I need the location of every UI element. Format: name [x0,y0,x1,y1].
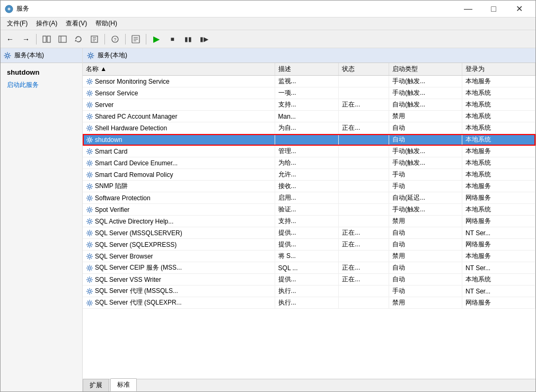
table-row[interactable]: shutdown自动本地系统 [83,134,535,146]
service-name-text: Software Protection [95,194,151,202]
cell-status [339,286,389,297]
cell-status: 正在... [339,239,389,251]
col-header-name[interactable]: 名称 ▲ [83,63,275,76]
service-name-text: SQL Server 代理 (MSSQLS... [95,287,178,296]
menu-file[interactable]: 文件(F) [3,18,32,29]
table-row[interactable]: SQL Server (MSSQLSERVER)提供...正在...自动NT S… [83,227,535,239]
tab-standard[interactable]: 标准 [110,378,137,391]
show-hide-tree-button[interactable] [39,32,54,46]
pause-service-button[interactable]: ▮▮ [181,32,196,46]
service-name-text: SQL Server CEIP 服务 (MSS... [95,263,182,272]
service-gear-icon [86,183,93,190]
maximize-button[interactable]: □ [481,1,506,17]
minimize-button[interactable]: — [456,1,480,17]
table-row[interactable]: Sensor Monitoring Service监视...手动(触发...本地… [83,76,535,87]
table-row[interactable]: Smart Card管理...手动(触发...本地服务 [83,146,535,157]
table-row[interactable]: SQL Active Directory Help...支持...禁用网络服务 [83,216,535,227]
service-name-text: SQL Server Browser [95,253,153,260]
app-icon [5,5,13,13]
start-service-button[interactable]: ▶ [149,32,164,46]
table-row[interactable]: SQL Server VSS Writer提供...正在...自动本地系统 [83,274,535,286]
table-row[interactable]: Sensor Service一项...手动(触发...本地系统 [83,87,535,99]
table-row[interactable]: Shell Hardware Detection为自...正在...自动本地系统 [83,122,535,134]
cell-status: 正在... [339,274,389,286]
main-area: 服务(本地) shutdown 启动此服务 服务(本地) 名 [1,48,535,391]
cell-name: Shared PC Account Manager [83,111,275,122]
cell-desc: 允许... [275,169,339,181]
table-row[interactable]: Server支持...正在...自动(触发...本地系统 [83,99,535,111]
service-name-text: SNMP 陷阱 [95,182,128,191]
svg-point-18 [89,80,91,82]
cell-starttype: 手动(触发... [389,204,462,216]
svg-point-35 [89,278,91,280]
service-gear-icon [86,136,93,144]
col-header-login[interactable]: 登录为 [462,63,535,76]
cell-login: 本地服务 [462,251,535,262]
close-button[interactable]: ✕ [507,1,531,17]
start-service-link[interactable]: 启动此服务 [7,81,39,88]
menu-view[interactable]: 查看(V) [61,18,91,29]
cell-name: Smart Card Device Enumer... [83,157,275,169]
cell-starttype: 禁用 [389,216,462,227]
service-gear-icon [86,113,93,120]
forward-button[interactable]: → [19,32,33,46]
stop-service-button[interactable]: ■ [165,32,180,46]
cell-status [339,169,389,181]
cell-login: 网络服务 [462,216,535,227]
restart-service-button[interactable]: ▮▶ [197,32,212,46]
table-row[interactable]: Smart Card Removal Policy允许...手动本地系统 [83,169,535,181]
table-row[interactable]: Spot Verifier验证...手动(触发...本地系统 [83,204,535,216]
tab-expand[interactable]: 扩展 [83,379,109,391]
cell-starttype: 禁用 [389,251,462,262]
menu-bar: 文件(F) 操作(A) 查看(V) 帮助(H) [1,17,535,30]
table-row[interactable]: SQL Server CEIP 服务 (MSS...SQL ...正在...自动… [83,262,535,274]
service-gear-icon [86,206,93,213]
cell-desc [275,134,339,146]
cell-desc: 接收... [275,181,339,192]
svg-rect-1 [43,36,46,42]
table-row[interactable]: SQL Server 代理 (SQLEXPR...执行...禁用网络服务 [83,297,535,309]
help-button[interactable]: ? [108,32,122,46]
service-name-text: Spot Verifier [95,206,129,213]
table-row[interactable]: Shared PC Account ManagerMan...禁用本地系统 [83,111,535,122]
refresh-button[interactable] [71,32,86,46]
svg-point-17 [90,54,92,57]
table-row[interactable]: SQL Server (SQLEXPRESS)提供...正在...自动网络服务 [83,239,535,251]
cell-status [339,204,389,216]
cell-name: SQL Server (SQLEXPRESS) [83,239,275,251]
cell-desc: 为自... [275,122,339,134]
cell-login: 本地系统 [462,87,535,99]
table-row[interactable]: SNMP 陷阱接收...手动本地服务 [83,181,535,192]
col-header-starttype[interactable]: 启动类型 [389,63,462,76]
back-button[interactable]: ← [3,32,17,46]
service-name-text: SQL Server (MSSQLSERVER) [95,229,182,237]
cell-starttype: 手动(触发... [389,87,462,99]
svg-point-32 [89,243,91,245]
content-header: 服务(本地) [83,48,535,63]
svg-point-37 [89,301,91,304]
cell-login: 本地系统 [462,122,535,134]
export-button[interactable] [87,32,102,46]
service-gear-icon [86,253,93,260]
cell-status [339,111,389,122]
menu-help[interactable]: 帮助(H) [91,18,121,29]
service-name-text: Sensor Monitoring Service [95,78,170,85]
service-gear-icon [86,299,93,307]
properties-button[interactable] [128,32,143,46]
table-row[interactable]: SQL Server 代理 (MSSQLS...执行...手动NT Ser... [83,286,535,297]
services-table-container[interactable]: 名称 ▲ 描述 状态 启动类型 登录为 Sensor Monitoring Se… [83,63,535,379]
service-name-text: Shell Hardware Detection [95,124,167,132]
table-row[interactable]: SQL Server Browser将 S...禁用本地服务 [83,251,535,262]
cell-login: NT Ser... [462,262,535,274]
col-header-desc[interactable]: 描述 [275,63,339,76]
cell-name: SQL Server VSS Writer [83,274,275,286]
service-gear-icon [86,276,93,283]
table-row[interactable]: Software Protection启用...自动(延迟...网络服务 [83,192,535,204]
menu-action[interactable]: 操作(A) [32,18,61,29]
svg-point-36 [89,290,91,292]
cell-starttype: 手动 [389,169,462,181]
col-header-status[interactable]: 状态 [339,63,389,76]
table-row[interactable]: Smart Card Device Enumer...为给...手动(触发...… [83,157,535,169]
show-action-button[interactable] [55,32,70,46]
cell-desc: 管理... [275,146,339,157]
